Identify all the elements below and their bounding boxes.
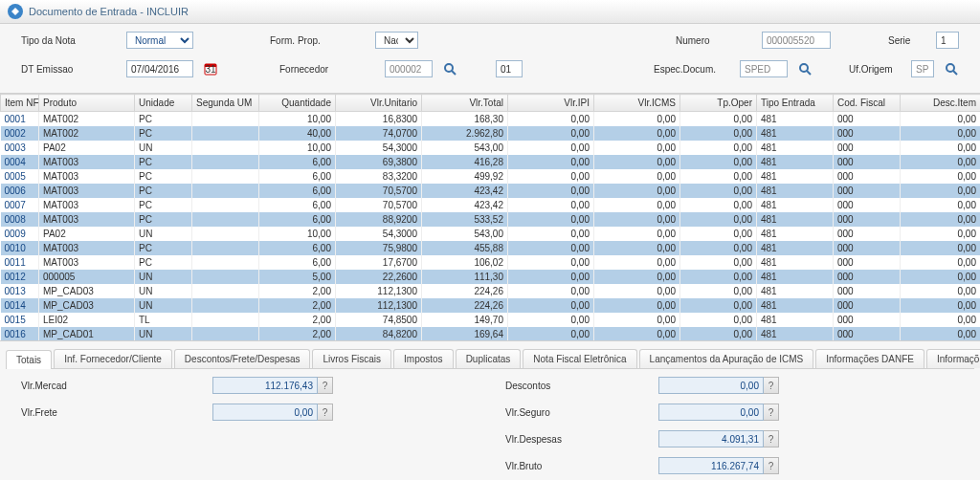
cell-tpoper[interactable]: 0,00 [680, 327, 757, 341]
cell-tipoent[interactable]: 481 [757, 270, 834, 284]
cell-codfiscal[interactable]: 000 [834, 155, 901, 169]
cell-total[interactable]: 543,00 [422, 227, 508, 241]
column-header[interactable]: Desc.Item [901, 95, 981, 112]
cell-unit[interactable]: 16,8300 [336, 112, 422, 127]
cell-codfiscal[interactable]: 000 [834, 284, 901, 298]
search-icon[interactable] [944, 61, 959, 76]
cell-tipoent[interactable]: 481 [757, 126, 834, 141]
cell-item[interactable]: 0010 [1, 241, 39, 255]
cell-segundaum[interactable] [192, 126, 259, 141]
cell-produto[interactable]: MP_CAD01 [39, 327, 135, 341]
cell-desc[interactable]: 0,00 [901, 212, 981, 227]
cell-unit[interactable]: 74,0700 [336, 126, 422, 141]
tab-descontos-frete-despesas[interactable]: Descontos/Frete/Despesas [174, 349, 311, 368]
column-header[interactable]: Vlr.ICMS [594, 95, 680, 112]
cell-unit[interactable]: 54,3000 [336, 227, 422, 241]
cell-unit[interactable]: 69,3800 [336, 155, 422, 169]
cell-icms[interactable]: 0,00 [594, 284, 680, 298]
cell-unidade[interactable]: TL [135, 313, 192, 327]
table-row[interactable]: 0007MAT003PC6,0070,5700423,420,000,000,0… [1, 198, 981, 212]
cell-icms[interactable]: 0,00 [594, 141, 680, 155]
cell-tpoper[interactable]: 0,00 [680, 141, 757, 155]
cell-unidade[interactable]: PC [135, 241, 192, 255]
cell-ipi[interactable]: 0,00 [508, 141, 594, 155]
cell-ipi[interactable]: 0,00 [508, 227, 594, 241]
table-row[interactable]: 0008MAT003PC6,0088,9200533,520,000,000,0… [1, 212, 981, 227]
cell-desc[interactable]: 0,00 [901, 112, 981, 127]
help-icon[interactable]: ? [764, 377, 779, 394]
cell-desc[interactable]: 0,00 [901, 184, 981, 198]
form-prop-select[interactable]: Nao [375, 32, 418, 49]
cell-tipoent[interactable]: 481 [757, 313, 834, 327]
cell-ipi[interactable]: 0,00 [508, 313, 594, 327]
cell-item[interactable]: 0014 [1, 298, 39, 313]
table-row[interactable]: 0003PA02UN10,0054,3000543,000,000,000,00… [1, 141, 981, 155]
cell-tipoent[interactable]: 481 [757, 198, 834, 212]
descontos-input[interactable] [658, 377, 764, 394]
table-row[interactable]: 0009PA02UN10,0054,3000543,000,000,000,00… [1, 227, 981, 241]
cell-desc[interactable]: 0,00 [901, 141, 981, 155]
cell-tpoper[interactable]: 0,00 [680, 212, 757, 227]
cell-segundaum[interactable] [192, 198, 259, 212]
help-icon[interactable]: ? [764, 457, 779, 474]
cell-ipi[interactable]: 0,00 [508, 212, 594, 227]
cell-desc[interactable]: 0,00 [901, 169, 981, 184]
column-header[interactable]: Quantidade [259, 95, 336, 112]
cell-segundaum[interactable] [192, 212, 259, 227]
cell-tipoent[interactable]: 481 [757, 241, 834, 255]
cell-qtd[interactable]: 2,00 [259, 284, 336, 298]
help-icon[interactable]: ? [764, 404, 779, 421]
cell-item[interactable]: 0007 [1, 198, 39, 212]
cell-item[interactable]: 0008 [1, 212, 39, 227]
cell-unidade[interactable]: PC [135, 112, 192, 127]
vlr-bruto-input[interactable] [658, 457, 764, 474]
column-header[interactable]: Vlr.IPI [508, 95, 594, 112]
cell-unidade[interactable]: UN [135, 270, 192, 284]
cell-item[interactable]: 0004 [1, 155, 39, 169]
cell-unidade[interactable]: PC [135, 212, 192, 227]
column-header[interactable]: Unidade [135, 95, 192, 112]
cell-icms[interactable]: 0,00 [594, 270, 680, 284]
cell-total[interactable]: 533,52 [422, 212, 508, 227]
cell-total[interactable]: 169,64 [422, 327, 508, 341]
tipo-nota-select[interactable]: Normal [126, 32, 193, 49]
cell-segundaum[interactable] [192, 169, 259, 184]
cell-qtd[interactable]: 40,00 [259, 126, 336, 141]
cell-total[interactable]: 149,70 [422, 313, 508, 327]
table-row[interactable]: 0010MAT003PC6,0075,9800455,880,000,000,0… [1, 241, 981, 255]
cell-total[interactable]: 423,42 [422, 184, 508, 198]
cell-unidade[interactable]: PC [135, 184, 192, 198]
cell-item[interactable]: 0002 [1, 126, 39, 141]
cell-qtd[interactable]: 6,00 [259, 241, 336, 255]
table-row[interactable]: 0001MAT002PC10,0016,8300168,300,000,000,… [1, 112, 981, 127]
cell-codfiscal[interactable]: 000 [834, 227, 901, 241]
cell-unit[interactable]: 88,9200 [336, 212, 422, 227]
cell-tipoent[interactable]: 481 [757, 155, 834, 169]
cell-tpoper[interactable]: 0,00 [680, 241, 757, 255]
cell-tipoent[interactable]: 481 [757, 227, 834, 241]
cell-desc[interactable]: 0,00 [901, 270, 981, 284]
cell-unit[interactable]: 54,3000 [336, 141, 422, 155]
cell-qtd[interactable]: 6,00 [259, 169, 336, 184]
cell-tpoper[interactable]: 0,00 [680, 198, 757, 212]
cell-qtd[interactable]: 2,00 [259, 313, 336, 327]
cell-qtd[interactable]: 6,00 [259, 184, 336, 198]
cell-ipi[interactable]: 0,00 [508, 255, 594, 270]
cell-tipoent[interactable]: 481 [757, 327, 834, 341]
table-row[interactable]: 0015LEI02TL2,0074,8500149,700,000,000,00… [1, 313, 981, 327]
cell-unit[interactable]: 70,5700 [336, 184, 422, 198]
cell-segundaum[interactable] [192, 184, 259, 198]
help-icon[interactable]: ? [318, 377, 333, 394]
help-icon[interactable]: ? [764, 430, 779, 447]
cell-codfiscal[interactable]: 000 [834, 212, 901, 227]
cell-tpoper[interactable]: 0,00 [680, 227, 757, 241]
column-header[interactable]: Item NF [1, 95, 39, 112]
cell-segundaum[interactable] [192, 284, 259, 298]
cell-icms[interactable]: 0,00 [594, 155, 680, 169]
tab-totais[interactable]: Totais [6, 350, 52, 369]
cell-unit[interactable]: 83,3200 [336, 169, 422, 184]
cell-desc[interactable]: 0,00 [901, 198, 981, 212]
cell-unit[interactable]: 17,6700 [336, 255, 422, 270]
dt-emissao-input[interactable] [126, 60, 193, 77]
cell-codfiscal[interactable]: 000 [834, 270, 901, 284]
